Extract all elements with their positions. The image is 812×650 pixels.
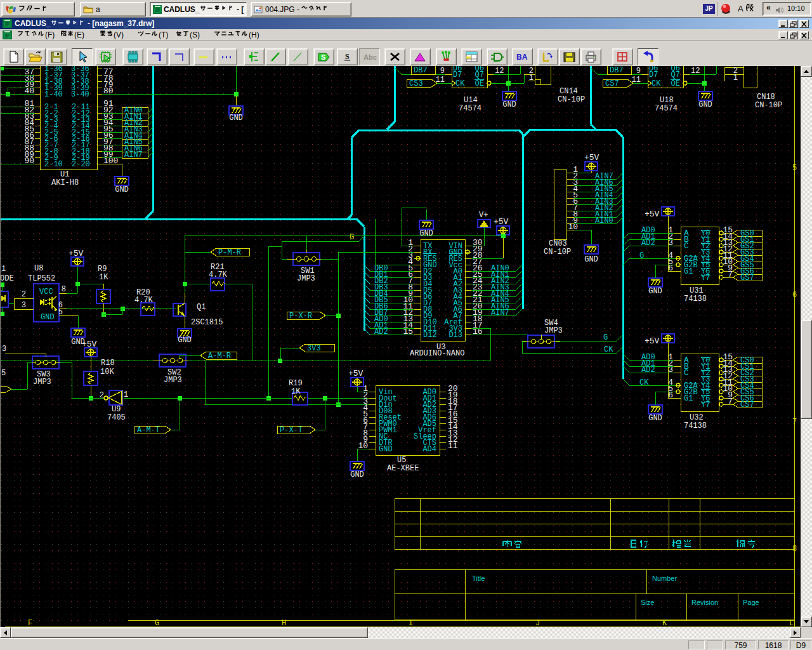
svg-text:Abc: Abc — [363, 53, 377, 61]
svg-text:1K: 1K — [291, 387, 301, 396]
svg-text:5: 5 — [792, 164, 797, 173]
svg-text:R19: R19 — [289, 379, 303, 388]
svg-text:CK: CK — [639, 378, 649, 387]
svg-text:GND: GND — [350, 470, 364, 479]
svg-text:7: 7 — [728, 270, 733, 279]
svg-text:OE: OE — [671, 79, 680, 88]
svg-text:C: C — [684, 368, 689, 378]
svg-text:+5V: +5V — [645, 209, 660, 219]
svg-text:5: 5 — [1, 369, 6, 378]
svg-text:1: 1 — [529, 74, 534, 83]
svg-text:11: 11 — [436, 76, 445, 84]
svg-text:G1: G1 — [684, 394, 693, 403]
svg-text:CS7: CS7 — [740, 401, 754, 409]
svg-text:3: 3 — [22, 301, 26, 310]
svg-text:JMP3: JMP3 — [297, 274, 315, 283]
svg-text:AD2: AD2 — [641, 239, 655, 248]
svg-text:Revision: Revision — [691, 599, 718, 606]
svg-text:Title: Title — [472, 574, 485, 582]
svg-text:GND: GND — [648, 414, 662, 423]
svg-text:+5V: +5V — [645, 336, 660, 346]
svg-text:GND: GND — [419, 229, 433, 238]
svg-text:R9: R9 — [98, 265, 107, 274]
svg-text:U14: U14 — [464, 96, 478, 105]
svg-text:7405: 7405 — [107, 413, 126, 422]
svg-text:1: 1 — [1, 265, 6, 274]
svg-text:AD4: AD4 — [422, 445, 436, 454]
svg-text:J: J — [535, 619, 540, 627]
svg-text:V+: V+ — [479, 211, 488, 220]
svg-text:P-X-T: P-X-T — [280, 426, 303, 435]
svg-text:U1: U1 — [60, 170, 69, 179]
svg-text:G1: G1 — [684, 267, 693, 276]
svg-text:Size: Size — [641, 599, 654, 606]
svg-text:12: 12 — [691, 67, 700, 76]
svg-text:DB7: DB7 — [610, 66, 624, 75]
svg-text:2-10: 2-10 — [44, 160, 63, 169]
svg-text:K: K — [662, 619, 667, 627]
svg-text:S: S — [321, 53, 325, 61]
svg-text:2-20: 2-20 — [72, 160, 90, 169]
svg-text:GND: GND — [178, 336, 192, 345]
svg-text:CN03: CN03 — [549, 239, 567, 248]
svg-text:3-40: 3-40 — [71, 90, 89, 99]
svg-text:Q7: Q7 — [475, 70, 484, 79]
svg-text:AIN7: AIN7 — [491, 308, 509, 317]
svg-text:JMP3: JMP3 — [164, 376, 182, 385]
svg-text:CN-10P: CN-10P — [755, 101, 782, 110]
svg-text:AE-XBEE: AE-XBEE — [387, 464, 419, 473]
svg-text:8: 8 — [792, 545, 797, 554]
svg-text:TLP552: TLP552 — [28, 274, 55, 283]
svg-text:CN-10P: CN-10P — [544, 248, 571, 256]
svg-text:U32: U32 — [690, 413, 704, 422]
svg-text:AKI-H8: AKI-H8 — [51, 178, 79, 187]
svg-text:1: 1 — [124, 390, 128, 399]
svg-text:JMP3: JMP3 — [33, 378, 51, 387]
svg-text:R18: R18 — [101, 359, 115, 368]
svg-text:OE: OE — [475, 79, 484, 88]
svg-text:S: S — [345, 52, 350, 61]
svg-text:CN14: CN14 — [560, 87, 578, 96]
svg-text:9: 9 — [636, 67, 641, 76]
svg-text:CN18: CN18 — [757, 93, 775, 102]
svg-text:JMP3: JMP3 — [544, 326, 563, 335]
svg-text:74138: 74138 — [684, 295, 707, 303]
svg-text:11: 11 — [632, 76, 641, 84]
svg-text:G: G — [639, 251, 644, 260]
svg-text:CK: CK — [455, 79, 465, 88]
svg-text:H: H — [282, 619, 286, 627]
svg-text:3: 3 — [2, 345, 6, 354]
svg-text:U8: U8 — [34, 264, 43, 273]
svg-text:GND: GND — [41, 313, 55, 322]
svg-text:GND: GND — [379, 445, 393, 454]
svg-text:U5: U5 — [397, 456, 406, 465]
svg-text:8: 8 — [62, 285, 66, 294]
svg-text:Number: Number — [652, 574, 677, 582]
svg-text:CS3: CS3 — [409, 79, 423, 88]
svg-text:F: F — [28, 619, 32, 627]
svg-text:2: 2 — [22, 290, 26, 299]
svg-text:U9: U9 — [112, 405, 121, 414]
svg-text:10K: 10K — [100, 368, 114, 376]
svg-text:9: 9 — [440, 67, 445, 76]
svg-text:BA: BA — [516, 53, 528, 62]
svg-text:GND: GND — [115, 185, 129, 194]
svg-text:A-M-R: A-M-R — [208, 352, 231, 361]
svg-text:U31: U31 — [690, 286, 704, 295]
svg-text:GND: GND — [648, 287, 662, 296]
svg-text:G: G — [155, 619, 159, 627]
svg-text:P-X-R: P-X-R — [289, 312, 312, 321]
svg-text:6: 6 — [792, 291, 797, 300]
svg-text:7: 7 — [728, 397, 733, 406]
svg-text:ARDUINO-NANO: ARDUINO-NANO — [410, 349, 464, 358]
svg-text:GND: GND — [502, 100, 516, 109]
svg-text:AD2: AD2 — [641, 366, 655, 375]
svg-text:Q1: Q1 — [197, 303, 206, 312]
svg-text:I: I — [409, 619, 413, 627]
svg-text:4.7K: 4.7K — [209, 270, 228, 279]
svg-text:10: 10 — [358, 441, 368, 451]
svg-text:74574: 74574 — [459, 104, 481, 113]
svg-text:G: G — [603, 333, 608, 342]
svg-text:7: 7 — [792, 418, 797, 427]
svg-text:4.7K: 4.7K — [134, 296, 154, 305]
